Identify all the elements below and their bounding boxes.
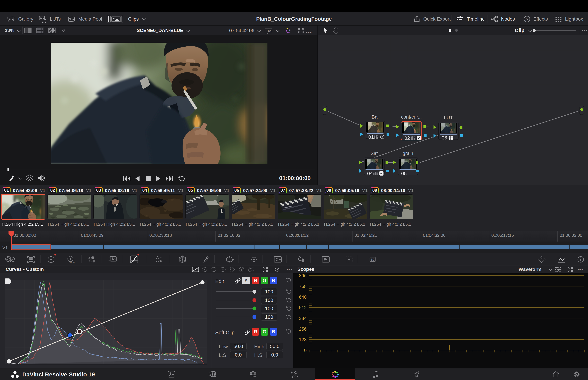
svg-text:896: 896 xyxy=(299,273,307,278)
svg-text:128: 128 xyxy=(299,337,307,342)
svg-text:768: 768 xyxy=(299,284,307,289)
svg-text:384: 384 xyxy=(299,316,307,321)
svg-text:0: 0 xyxy=(304,348,307,353)
svg-text:512: 512 xyxy=(299,305,307,310)
svg-text:HQ: HQ xyxy=(268,30,271,32)
svg-text:3D: 3D xyxy=(371,258,374,261)
svg-text:256: 256 xyxy=(299,327,307,332)
svg-text:fx: fx xyxy=(526,17,529,21)
svg-text:HDR: HDR xyxy=(70,261,75,264)
svg-text:640: 640 xyxy=(299,295,307,300)
